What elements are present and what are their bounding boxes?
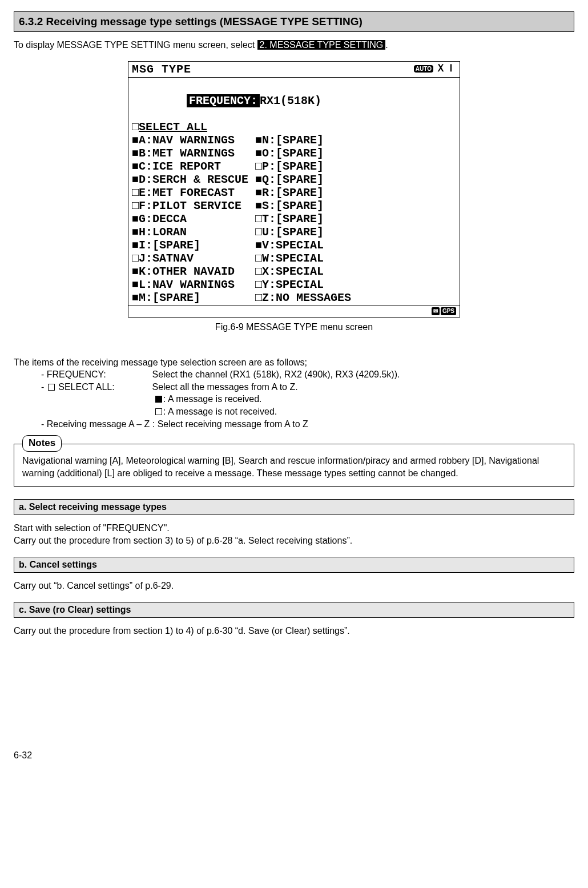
frequency-label: FREQUENCY:	[187, 94, 260, 107]
msg-type-row[interactable]: □E:MET FORECAST ■R:[SPARE]	[132, 186, 456, 199]
mail-icon: ✉	[432, 307, 440, 315]
item-selectall: - SELECT ALL: Select all the messages fr…	[41, 381, 574, 393]
intro-pre: To display MESSAGE TYPE SETTING menu scr…	[14, 40, 257, 50]
msg-type-row[interactable]: □F:PILOT SERVICE ■S:[SPARE]	[132, 199, 456, 212]
item-filled-desc: : A message is received.	[154, 393, 574, 405]
xi-label: ＸＩ	[436, 63, 456, 74]
auto-icon: AUTO	[414, 65, 433, 73]
figure-caption: Fig.6-9 MESSAGE TYPE menu screen	[14, 321, 574, 333]
item-selectall-desc: Select all the messages from A to Z.	[152, 382, 297, 392]
screen-titlebar: MSG TYPE AUTOＸＩ	[128, 62, 460, 78]
sub-a-line2: Carry out the procedure from section 3) …	[14, 536, 352, 545]
sub-header-a: a. Select receiving message types	[14, 499, 574, 515]
sub-header-c: c. Save (ro Clear) settings	[14, 602, 574, 618]
msg-type-row[interactable]: □J:SATNAV □W:SPECIAL	[132, 252, 456, 265]
item-freq-desc: Select the channel (RX1 (518k), RX2 (490…	[152, 369, 400, 379]
items-intro: The items of the receiving message type …	[14, 356, 574, 369]
msg-type-row[interactable]: ■G:DECCA □T:[SPARE]	[132, 212, 456, 226]
msg-type-row[interactable]: ■M:[SPARE] □Z:NO MESSAGES	[132, 291, 456, 304]
msg-type-row[interactable]: ■H:LORAN □U:[SPARE]	[132, 226, 456, 239]
square-filled-icon	[155, 396, 162, 403]
notes-box: Notes Navigational warning [A], Meteorol…	[14, 444, 574, 487]
filled-text: : A message is received.	[163, 394, 262, 404]
select-all-label: SELECT ALL	[139, 120, 207, 134]
page-number: 6-32	[14, 749, 32, 762]
msg-type-row[interactable]: ■I:[SPARE] ■V:SPECIAL	[132, 239, 456, 252]
msg-type-row[interactable]: ■B:MET WARNINGS ■O:[SPARE]	[132, 147, 456, 160]
sub-b-body: Carry out “b. Cancel settings” of p.6-29…	[14, 580, 574, 592]
gps-icon: GPS	[441, 307, 456, 315]
screen-footer: ✉GPS	[128, 306, 460, 317]
msg-type-row[interactable]: ■A:NAV WARNINGS ■N:[SPARE]	[132, 134, 456, 147]
sub-a-body: Start with selection of "FREQUENCY". Car…	[14, 522, 574, 547]
screen-body: FREQUENCY:RX1(518K) □SELECT ALL ■A:NAV W…	[128, 78, 460, 306]
section-header: 6.3.2 Receiving message type settings (M…	[14, 11, 574, 32]
msg-type-row[interactable]: ■L:NAV WARNINGS □Y:SPECIAL	[132, 278, 456, 291]
msg-type-row[interactable]: ■K:OTHER NAVAID □X:SPECIAL	[132, 265, 456, 278]
item-frequency: - FREQUENCY: Select the channel (RX1 (51…	[41, 368, 574, 381]
item-receiving-range: - Receiving message A – Z : Select recei…	[41, 418, 574, 431]
sub-a-line1: Start with selection of "FREQUENCY".	[14, 523, 170, 533]
selectall-post: SELECT ALL:	[56, 382, 115, 392]
intro-post: .	[385, 40, 388, 50]
sub-header-b: b. Cancel settings	[14, 557, 574, 573]
menu-screen: MSG TYPE AUTOＸＩ FREQUENCY:RX1(518K) □SEL…	[128, 61, 460, 318]
empty-text: : A message is not received.	[163, 407, 277, 416]
sub-c-body: Carry out the procedure from section 1) …	[14, 625, 574, 637]
msg-type-row[interactable]: ■C:ICE REPORT □P:[SPARE]	[132, 160, 456, 173]
notes-text: Navigational warning [A], Meteorological…	[22, 455, 568, 479]
frequency-value: RX1(518K)	[260, 94, 321, 107]
notes-label: Notes	[22, 435, 62, 452]
item-empty-desc: : A message is not received.	[154, 405, 574, 418]
item-freq-label: - FREQUENCY:	[41, 368, 150, 381]
select-all-checkbox[interactable]: □	[132, 120, 139, 134]
msg-type-row[interactable]: ■D:SERCH & RESCUE ■Q:[SPARE]	[132, 173, 456, 186]
square-empty-icon	[48, 384, 55, 391]
intro-paragraph: To display MESSAGE TYPE SETTING menu scr…	[14, 39, 574, 51]
selectall-pre: -	[41, 382, 47, 392]
square-empty-icon	[155, 408, 162, 415]
intro-highlight: 2. MESSAGE TYPE SETTING	[257, 40, 386, 50]
screen-title: MSG TYPE	[132, 63, 191, 76]
